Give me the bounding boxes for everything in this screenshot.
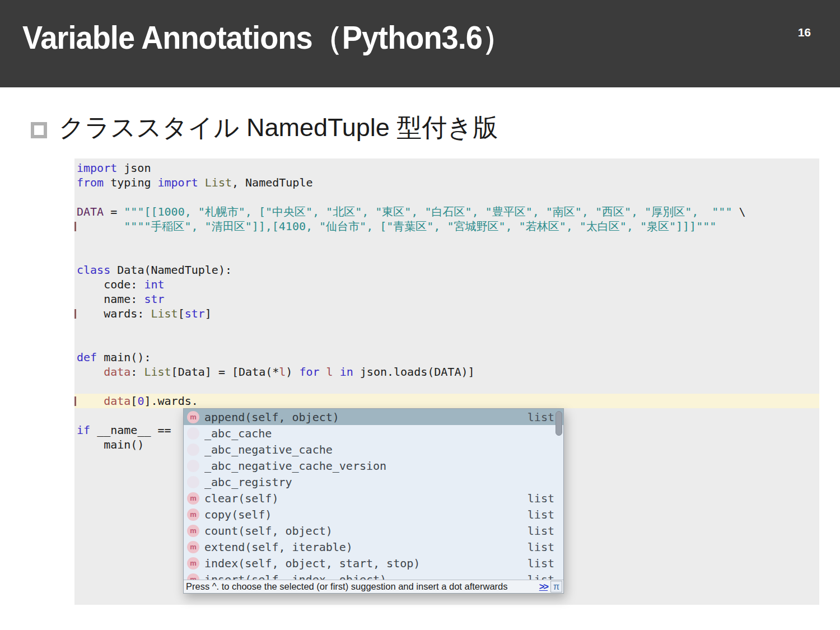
suggestion-label: copy(self): [204, 508, 528, 521]
suggestion-item[interactable]: _abc_negative_cache: [184, 441, 563, 458]
suggestion-type: list: [528, 524, 554, 538]
suggestion-item[interactable]: mindex(self, object, start, stop)list: [184, 555, 563, 571]
popup-scrollbar[interactable]: [555, 409, 563, 580]
suggestion-list: mappend(self, object)list_abc_cache_abc_…: [184, 409, 563, 580]
suggestion-item[interactable]: _abc_cache: [184, 425, 563, 441]
code-line: [74, 190, 819, 204]
method-icon: m: [187, 492, 199, 505]
suggestion-item[interactable]: mcount(self, object)list: [184, 522, 563, 539]
method-icon: m: [187, 573, 199, 580]
suggestion-type: list: [528, 540, 554, 554]
suggestion-item[interactable]: mappend(self, object)list: [184, 409, 563, 425]
suggestion-label: clear(self): [204, 492, 528, 505]
code-line: wards: List[str]: [74, 306, 819, 321]
hint-bar: Press ^. to choose the selected (or firs…: [184, 580, 563, 593]
more-suggestions-link[interactable]: >>: [539, 581, 548, 592]
suggestion-label: count(self, object): [204, 524, 528, 538]
method-icon: m: [187, 525, 199, 537]
code-line: name: str: [74, 292, 819, 306]
pi-button[interactable]: π: [550, 581, 562, 592]
slide-title: Variable Annotations（Python3.6）: [22, 17, 512, 60]
code-line: import json: [74, 161, 819, 175]
page-number: 16: [798, 26, 811, 39]
suggestion-type: list: [528, 410, 554, 424]
suggestion-label: extend(self, iterable): [204, 540, 528, 554]
bullet-square-icon: [31, 122, 47, 138]
suggestion-label: insert(self, index, object): [204, 573, 528, 580]
suggestion-item[interactable]: mcopy(self)list: [184, 506, 563, 522]
suggestion-item[interactable]: _abc_negative_cache_version: [184, 458, 563, 474]
suggestion-item[interactable]: mclear(self)list: [184, 490, 563, 506]
suggestion-label: _abc_cache: [204, 427, 554, 440]
code-line: [74, 248, 819, 263]
method-icon: m: [187, 541, 199, 553]
code-line: data[0].wards.: [74, 394, 819, 408]
code-line: [74, 379, 819, 394]
slide: Variable Annotations（Python3.6） 16 クラススタ…: [0, 0, 840, 630]
hint-text: Press ^. to choose the selected (or firs…: [186, 581, 539, 592]
suggestion-label: index(self, object, start, stop): [204, 557, 528, 570]
attribute-icon: [187, 460, 199, 472]
suggestion-label: _abc_negative_cache: [204, 443, 554, 456]
attribute-icon: [187, 427, 199, 440]
attribute-icon: [187, 476, 199, 488]
suggestion-type: list: [528, 492, 554, 505]
method-icon: m: [187, 411, 199, 423]
suggestion-item[interactable]: minsert(self, index, object)list: [184, 571, 563, 580]
code-line: def main():: [74, 350, 819, 365]
method-icon: m: [187, 557, 199, 570]
suggestion-label: _abc_registry: [204, 475, 554, 489]
autocomplete-popup: mappend(self, object)list_abc_cache_abc_…: [183, 408, 564, 594]
code-line: [74, 335, 819, 350]
slide-header: Variable Annotations（Python3.6） 16: [0, 0, 840, 87]
method-icon: m: [187, 508, 199, 521]
suggestion-item[interactable]: mextend(self, iterable)list: [184, 539, 563, 555]
code-line: code: int: [74, 277, 819, 292]
popup-scrollbar-thumb[interactable]: [556, 411, 562, 436]
suggestion-type: list: [528, 573, 554, 580]
code-line: DATA = """[[1000, "札幌市", ["中央区", "北区", "…: [74, 204, 819, 219]
code-line: [74, 321, 819, 335]
suggestion-type: list: [528, 557, 554, 570]
code-line: [74, 234, 819, 248]
code-line: """"手稲区", "清田区"]],[4100, "仙台市", ["青葉区", …: [74, 219, 819, 234]
bullet-row: クラススタイル NamedTuple 型付き版: [31, 111, 498, 144]
code-line: from typing import List, NamedTuple: [74, 175, 819, 190]
suggestion-label: _abc_negative_cache_version: [204, 459, 554, 473]
attribute-icon: [187, 444, 199, 456]
bullet-text: クラススタイル NamedTuple 型付き版: [59, 111, 498, 144]
suggestion-label: append(self, object): [204, 410, 528, 424]
code-line: data: List[Data] = [Data(*l) for l in js…: [74, 365, 819, 379]
code-line: class Data(NamedTuple):: [74, 263, 819, 277]
suggestion-type: list: [528, 508, 554, 521]
suggestion-item[interactable]: _abc_registry: [184, 474, 563, 490]
